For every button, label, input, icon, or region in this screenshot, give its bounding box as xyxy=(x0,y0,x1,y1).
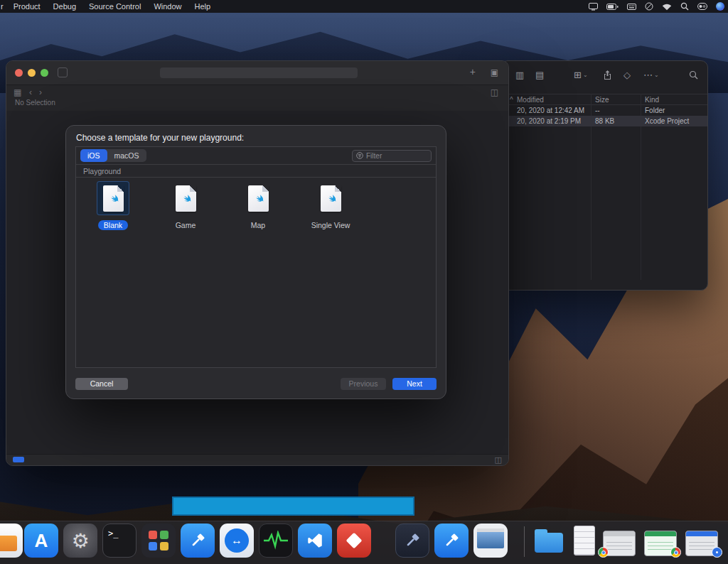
navigator-toggle-icon[interactable]: ▦ xyxy=(14,87,21,97)
zoom-button[interactable] xyxy=(41,69,48,77)
back-icon[interactable]: ‹ xyxy=(29,87,32,97)
control-center-icon[interactable] xyxy=(697,3,707,10)
next-button[interactable]: Next xyxy=(392,378,437,390)
close-button[interactable] xyxy=(15,69,23,77)
menu-bar: r Product Debug Source Control Window He… xyxy=(0,0,728,13)
minimize-button[interactable] xyxy=(28,69,36,77)
dock-minimized-window-2[interactable] xyxy=(644,531,677,556)
keyboard-icon[interactable] xyxy=(627,4,636,10)
chrome-badge-icon xyxy=(670,547,681,558)
dock-system-preferences[interactable]: ⚙ xyxy=(63,524,97,558)
template-panel-header: iOS macOS xyxy=(76,147,436,164)
tab-macos[interactable]: macOS xyxy=(107,149,146,162)
forward-icon[interactable]: › xyxy=(39,87,42,97)
template-chooser-dialog: Choose a template for your new playgroun… xyxy=(65,125,446,399)
library-icon[interactable]: ▣ xyxy=(491,67,498,77)
table-row[interactable]: 20, 2020 at 12:42 AM -- Folder xyxy=(501,105,707,116)
debug-area-toggle-icon[interactable]: ◫ xyxy=(495,455,502,465)
dock-downloads-folder[interactable] xyxy=(532,524,566,558)
dock-minimized-window-1[interactable] xyxy=(603,531,636,556)
dock-xcode-2[interactable] xyxy=(434,524,469,558)
dock-teamviewer[interactable]: ↔ xyxy=(220,524,254,558)
wifi-icon[interactable] xyxy=(662,3,672,11)
dock-red-diamond-app[interactable] xyxy=(337,524,371,558)
add-editor-icon[interactable]: + xyxy=(470,66,476,77)
cell-kind: Folder xyxy=(645,107,665,114)
jump-bar-status: No Selection xyxy=(15,99,55,107)
tag-icon[interactable]: ◇ xyxy=(623,70,631,80)
list-view-icon[interactable]: ▥ xyxy=(515,70,524,80)
tab-ios[interactable]: iOS xyxy=(80,149,107,162)
playground-doc-icon xyxy=(242,181,274,215)
cancel-button[interactable]: Cancel xyxy=(75,378,128,390)
section-header: Playground xyxy=(76,165,436,177)
xcode-status-bar: ◫ xyxy=(6,454,508,465)
dock: A ⚙ >_ ↔ xyxy=(0,521,728,564)
template-label: Single View xyxy=(306,220,356,230)
playground-doc-icon xyxy=(97,181,129,215)
menu-bar-status-area xyxy=(589,0,724,13)
previous-button[interactable]: Previous xyxy=(341,378,386,390)
dock-launchpad[interactable] xyxy=(141,524,176,558)
menu-item-partial[interactable]: r xyxy=(0,2,7,11)
filter-input[interactable] xyxy=(366,152,427,160)
activity-view xyxy=(160,67,358,78)
dock-divider xyxy=(524,526,525,557)
dock-app-store[interactable]: A xyxy=(24,524,58,558)
finder-file-list: 20, 2020 at 12:42 AM -- Folder 20, 2020 … xyxy=(501,105,707,280)
dock-vscode[interactable] xyxy=(298,524,332,558)
menu-item-help[interactable]: Help xyxy=(188,2,218,11)
template-panel: iOS macOS Playground Blank Game Map xyxy=(75,146,437,368)
inspector-toggle-icon[interactable]: ◫ xyxy=(491,87,498,97)
screen-mirroring-icon[interactable] xyxy=(589,3,598,11)
more-actions-button[interactable]: ⋯⌄ xyxy=(643,70,659,80)
filter-icon xyxy=(356,152,363,159)
search-icon[interactable] xyxy=(689,70,698,80)
dock-xcode-beta[interactable] xyxy=(395,524,429,558)
progress-chip xyxy=(13,457,24,462)
dialog-buttons: Cancel Previous Next xyxy=(75,377,437,390)
cell-modified: 20, 2020 at 2:19 PM xyxy=(517,117,581,125)
dock-documents-stack[interactable] xyxy=(569,524,600,558)
column-header-kind[interactable]: Kind xyxy=(645,96,659,104)
column-header-size[interactable]: Size xyxy=(595,96,609,104)
cell-modified: 20, 2020 at 12:42 AM xyxy=(517,107,584,114)
menu-item-source-control[interactable]: Source Control xyxy=(82,2,147,11)
playground-doc-icon xyxy=(169,181,202,215)
menu-item-window[interactable]: Window xyxy=(147,2,188,11)
finder-toolbar: ▥ ▤ ⊞⌄ ◇ ⋯⌄ xyxy=(501,61,707,94)
template-blank[interactable]: Blank xyxy=(77,181,149,230)
cell-size: 88 KB xyxy=(595,117,614,125)
battery-icon[interactable] xyxy=(606,4,619,10)
template-game[interactable]: Game xyxy=(149,181,222,230)
xcode-toolbar: + ▣ xyxy=(6,61,508,85)
dock-screenshot-preview[interactable] xyxy=(473,524,508,558)
menu-item-debug[interactable]: Debug xyxy=(47,2,82,11)
template-map[interactable]: Map xyxy=(222,181,294,230)
dock-files-app[interactable] xyxy=(0,524,23,558)
siri-icon[interactable] xyxy=(716,2,724,11)
selection-rectangle xyxy=(172,497,414,516)
dock-xcode[interactable] xyxy=(181,524,215,558)
dialog-title: Choose a template for your new playgroun… xyxy=(76,133,244,143)
platform-segmented-control: iOS macOS xyxy=(80,149,146,162)
share-icon[interactable] xyxy=(604,70,611,80)
template-label: Map xyxy=(245,220,271,230)
gallery-view-icon[interactable]: ▤ xyxy=(535,70,544,80)
dock-terminal[interactable]: >_ xyxy=(102,524,136,558)
menu-item-product[interactable]: Product xyxy=(7,2,47,11)
dock-activity-monitor[interactable] xyxy=(259,524,293,558)
template-single-view[interactable]: Single View xyxy=(294,181,367,230)
template-grid: Blank Game Map Single View xyxy=(76,178,436,230)
run-button[interactable] xyxy=(58,67,68,77)
group-by-button[interactable]: ⊞⌄ xyxy=(574,70,588,80)
column-header-modified[interactable]: Modified xyxy=(517,96,544,104)
do-not-disturb-icon[interactable] xyxy=(645,2,653,11)
dock-minimized-window-3[interactable] xyxy=(685,531,718,556)
table-row-selected[interactable]: 20, 2020 at 2:19 PM 88 KB Xcode Project xyxy=(501,116,707,126)
spotlight-search-icon[interactable] xyxy=(680,2,689,11)
filter-field[interactable] xyxy=(352,150,432,162)
template-label: Game xyxy=(170,220,202,230)
cell-kind: Xcode Project xyxy=(645,117,689,125)
chrome-badge-icon xyxy=(598,547,609,558)
